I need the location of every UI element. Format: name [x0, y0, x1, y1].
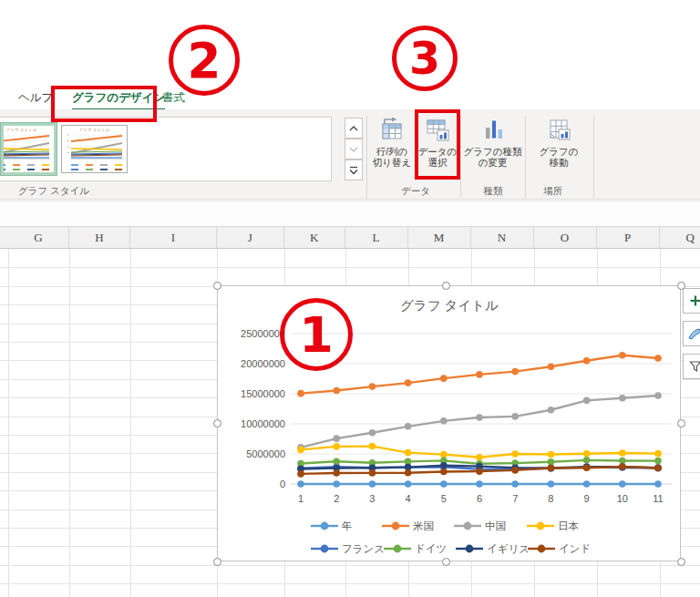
- data-point-年[interactable]: [440, 480, 448, 488]
- move-chart-button[interactable]: グラフの 移動: [526, 114, 592, 183]
- column-header-N[interactable]: N: [471, 227, 534, 248]
- column-header-J[interactable]: J: [217, 227, 284, 248]
- data-point-中国[interactable]: [511, 413, 519, 420]
- gallery-scroll-down-button[interactable]: [345, 139, 363, 160]
- chart-elements-button[interactable]: [683, 288, 700, 314]
- data-point-インド[interactable]: [654, 465, 662, 472]
- data-point-日本[interactable]: [476, 454, 483, 461]
- data-point-日本[interactable]: [333, 443, 340, 450]
- tab-help[interactable]: ヘルプ: [18, 90, 53, 106]
- tab-format[interactable]: 書式: [162, 90, 185, 106]
- series-line-中国[interactable]: [301, 396, 658, 448]
- legend-item-中国[interactable]: 中国: [454, 520, 506, 531]
- data-point-中国[interactable]: [333, 435, 340, 442]
- data-point-米国[interactable]: [440, 375, 448, 382]
- data-point-ドイツ[interactable]: [654, 458, 662, 465]
- switch-row-column-button[interactable]: 行/列の 切り替え: [368, 114, 416, 183]
- data-point-イギリス[interactable]: [440, 462, 448, 469]
- column-header-M[interactable]: M: [408, 227, 471, 248]
- column-header-I[interactable]: I: [130, 227, 217, 248]
- data-point-米国[interactable]: [405, 379, 412, 386]
- data-point-米国[interactable]: [333, 387, 340, 395]
- column-header-H[interactable]: H: [69, 227, 130, 248]
- data-point-インド[interactable]: [297, 470, 304, 478]
- legend-item-ドイツ[interactable]: ドイツ: [384, 543, 447, 554]
- chart-selection-handle[interactable]: [213, 558, 221, 566]
- data-point-ドイツ[interactable]: [583, 457, 591, 464]
- data-point-米国[interactable]: [476, 371, 483, 378]
- data-point-インド[interactable]: [405, 469, 412, 477]
- data-point-年[interactable]: [369, 480, 376, 488]
- data-point-米国[interactable]: [511, 368, 519, 376]
- data-point-年[interactable]: [476, 480, 483, 488]
- data-point-年[interactable]: [333, 480, 340, 488]
- chart-filters-button[interactable]: [683, 354, 700, 379]
- data-point-インド[interactable]: [440, 468, 448, 476]
- data-point-中国[interactable]: [369, 429, 376, 437]
- legend-item-インド[interactable]: インド: [528, 543, 591, 554]
- chart-selection-handle[interactable]: [677, 558, 685, 566]
- change-chart-type-button[interactable]: グラフの種類 の変更: [461, 114, 524, 183]
- column-header-P[interactable]: P: [597, 227, 660, 248]
- chart-selection-handle[interactable]: [213, 282, 221, 290]
- data-point-年[interactable]: [654, 480, 662, 488]
- legend-item-米国[interactable]: 米国: [382, 520, 434, 531]
- data-point-日本[interactable]: [583, 450, 591, 458]
- column-header-Q[interactable]: Q: [660, 227, 700, 248]
- data-point-中国[interactable]: [440, 417, 448, 425]
- data-point-年[interactable]: [405, 480, 412, 488]
- data-point-ドイツ[interactable]: [333, 458, 340, 465]
- data-point-日本[interactable]: [548, 451, 555, 458]
- data-point-インド[interactable]: [511, 467, 519, 474]
- column-header-K[interactable]: K: [284, 227, 345, 248]
- data-point-日本[interactable]: [369, 443, 376, 450]
- data-point-日本[interactable]: [654, 450, 662, 458]
- chart-title[interactable]: グラフ タイトル: [400, 298, 499, 313]
- data-point-中国[interactable]: [476, 414, 483, 421]
- data-point-中国[interactable]: [619, 395, 626, 402]
- chart-selection-handle[interactable]: [213, 419, 221, 427]
- data-point-年[interactable]: [511, 480, 519, 488]
- data-point-米国[interactable]: [297, 390, 304, 397]
- data-point-インド[interactable]: [619, 463, 626, 470]
- data-point-年[interactable]: [619, 480, 626, 488]
- data-point-日本[interactable]: [511, 450, 519, 458]
- data-point-インド[interactable]: [333, 469, 340, 477]
- data-point-日本[interactable]: [405, 449, 412, 457]
- data-point-米国[interactable]: [369, 383, 376, 390]
- legend-item-イギリス[interactable]: イギリス: [456, 543, 530, 554]
- data-point-米国[interactable]: [619, 352, 626, 359]
- data-point-米国[interactable]: [548, 364, 555, 371]
- column-header-O[interactable]: O: [534, 227, 597, 248]
- chart-selection-handle[interactable]: [442, 282, 450, 290]
- data-point-日本[interactable]: [619, 449, 626, 457]
- data-point-インド[interactable]: [583, 464, 591, 471]
- data-point-年[interactable]: [583, 480, 591, 488]
- data-point-日本[interactable]: [297, 447, 304, 454]
- data-point-ドイツ[interactable]: [548, 458, 555, 466]
- data-point-年[interactable]: [297, 480, 304, 488]
- column-header-L[interactable]: L: [345, 227, 408, 248]
- gallery-scroll-up-button[interactable]: [345, 118, 363, 139]
- data-point-インド[interactable]: [476, 468, 483, 475]
- data-point-米国[interactable]: [654, 355, 662, 362]
- chart-style-thumbnail-selected[interactable]: グラフ タイトル: [0, 122, 57, 176]
- data-point-中国[interactable]: [548, 407, 555, 414]
- gallery-more-button[interactable]: [345, 160, 363, 180]
- data-point-年[interactable]: [548, 480, 555, 488]
- chart-style-thumbnail-2[interactable]: グラフ タイトル: [61, 125, 128, 173]
- data-point-ドイツ[interactable]: [619, 458, 626, 465]
- column-header-G[interactable]: G: [8, 227, 69, 248]
- data-point-インド[interactable]: [369, 469, 376, 477]
- data-point-中国[interactable]: [654, 392, 662, 399]
- data-point-中国[interactable]: [405, 423, 412, 430]
- chart-selection-handle[interactable]: [442, 558, 450, 566]
- data-point-中国[interactable]: [583, 397, 591, 405]
- chart-selection-handle[interactable]: [677, 282, 685, 290]
- legend-item-年[interactable]: 年: [311, 520, 353, 531]
- chart-selection-handle[interactable]: [677, 419, 685, 427]
- data-point-インド[interactable]: [548, 465, 555, 472]
- data-point-米国[interactable]: [583, 357, 591, 365]
- data-point-日本[interactable]: [440, 451, 448, 458]
- legend-item-フランス[interactable]: フランス: [311, 543, 385, 554]
